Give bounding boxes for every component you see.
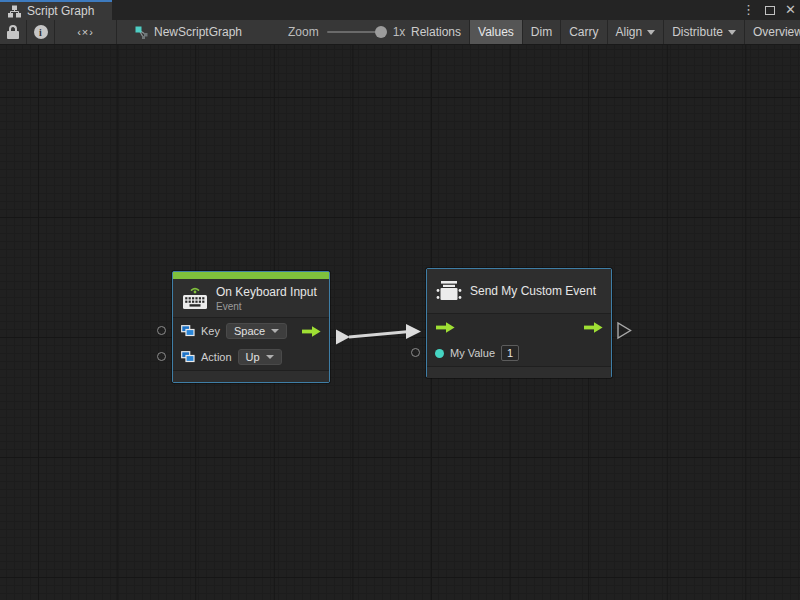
lock-icon: [7, 25, 19, 39]
node-footer: [173, 370, 329, 382]
flow-input-arrow-icon[interactable]: [435, 321, 456, 334]
zoom-slider-handle[interactable]: [375, 26, 387, 38]
flow-output-arrow-icon[interactable]: [583, 321, 604, 334]
node-subtitle: Event: [216, 301, 317, 312]
lock-button[interactable]: [0, 20, 27, 44]
carry-button[interactable]: Carry: [561, 20, 607, 44]
flow-trigger-arrow-icon[interactable]: [301, 325, 322, 338]
chevron-down-icon: [728, 30, 736, 35]
port-label: Action: [201, 351, 232, 363]
node-footer: [427, 366, 611, 378]
zoom-label: Zoom: [288, 25, 319, 39]
key-dropdown[interactable]: Space: [226, 323, 287, 339]
overview-button[interactable]: Overview: [745, 20, 800, 44]
wire-arrowhead: [406, 324, 421, 339]
close-icon[interactable]: ✕: [785, 0, 796, 20]
script-graph-window: Script Graph ⋮ ✕ i ‹×› NewScriptGraph: [0, 0, 800, 600]
chevron-down-icon: [266, 355, 274, 359]
node-title: Send My Custom Event: [470, 284, 596, 298]
my-value-input-port[interactable]: [411, 348, 420, 357]
window-controls: ⋮ ✕: [742, 0, 796, 20]
zoom-control: Zoom 1x: [288, 20, 405, 44]
values-button[interactable]: Values: [470, 20, 523, 44]
title-bar: Script Graph ⋮ ✕: [0, 0, 800, 20]
maximize-icon[interactable]: [765, 6, 775, 15]
flow-output-port-triangle[interactable]: [618, 323, 631, 338]
node-title: On Keyboard Input: [216, 285, 317, 299]
relations-button[interactable]: Relations: [403, 20, 470, 44]
tab-script-graph[interactable]: Script Graph: [0, 0, 112, 20]
port-label: Key: [201, 325, 220, 337]
toolbar-buttons: Relations Values Dim Carry Align Distrib…: [403, 20, 800, 44]
graph-toolbar: i ‹×› NewScriptGraph Zoom 1x Relations V…: [0, 20, 800, 45]
node-on-keyboard-input[interactable]: On Keyboard Input Event Key Space: [172, 271, 330, 383]
connection-wire[interactable]: [349, 332, 407, 337]
flow-port-row: [427, 314, 611, 340]
dim-button[interactable]: Dim: [523, 20, 561, 44]
node-accent-bar: [173, 272, 329, 279]
my-value-input[interactable]: 1: [501, 345, 519, 361]
value-port-dot-icon: [435, 349, 444, 358]
port-row-key: Key Space: [173, 318, 329, 344]
wire-layer: [0, 45, 800, 600]
node-header: On Keyboard Input Event: [173, 279, 329, 317]
zoom-slider[interactable]: [327, 31, 385, 33]
script-graph-asset-icon: [135, 26, 148, 39]
port-label: My Value: [450, 347, 495, 359]
graph-canvas[interactable]: On Keyboard Input Event Key Space: [0, 45, 800, 600]
chevron-down-icon: [271, 329, 279, 333]
node-send-my-custom-event[interactable]: Send My Custom Event M: [426, 268, 612, 378]
port-row-action: Action Up: [173, 344, 329, 370]
graph-name-text: NewScriptGraph: [154, 25, 242, 39]
predictable-port-icon: [181, 351, 195, 363]
tab-title: Script Graph: [27, 4, 94, 18]
info-icon: i: [34, 25, 48, 39]
port-row-my-value: My Value 1: [427, 340, 611, 366]
align-dropdown-button[interactable]: Align: [608, 20, 665, 44]
info-button[interactable]: i: [27, 20, 55, 44]
wire-source-cap[interactable]: [336, 330, 350, 345]
custom-event-icon: [436, 278, 462, 304]
graph-name-label: NewScriptGraph: [135, 20, 242, 44]
keyboard-icon: [182, 286, 208, 310]
key-input-port[interactable]: [157, 326, 166, 335]
action-dropdown[interactable]: Up: [238, 349, 282, 365]
node-header: Send My Custom Event: [427, 269, 611, 313]
action-input-port[interactable]: [157, 352, 166, 361]
chevron-down-icon: [647, 30, 655, 35]
distribute-dropdown-button[interactable]: Distribute: [664, 20, 745, 44]
more-menu-icon[interactable]: ⋮: [742, 0, 755, 20]
graph-hierarchy-icon: [8, 5, 21, 18]
code-view-button[interactable]: ‹×›: [55, 20, 117, 44]
angle-brackets-icon: ‹×›: [77, 26, 94, 38]
predictable-port-icon: [181, 325, 195, 337]
